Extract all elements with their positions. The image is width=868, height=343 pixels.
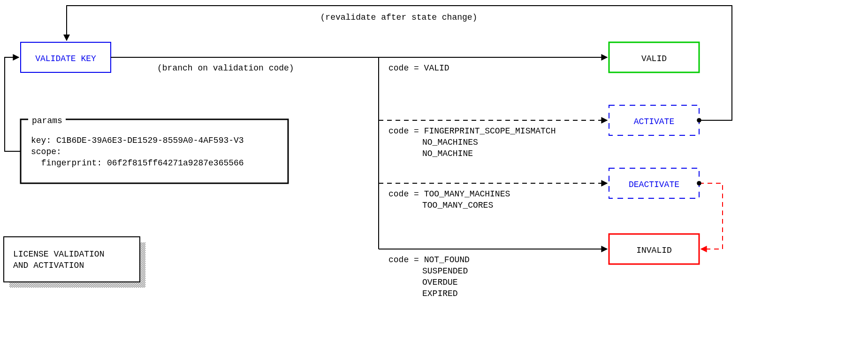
invalid-label: INVALID (636, 246, 672, 255)
activate-label: ACTIVATE (634, 117, 674, 126)
activate-code-line-0: code = FINGERPRINT_SCOPE_MISMATCH (388, 126, 556, 136)
valid-label: VALID (641, 54, 667, 63)
validate-key-box: VALIDATE KEY (21, 42, 111, 72)
deactivate-code-line-1: TOO_MANY_CORES (422, 201, 493, 210)
invalid-code-line-0: code = NOT_FOUND (388, 255, 470, 265)
valid-code-label: code = VALID (388, 63, 449, 73)
svg-rect-5 (4, 237, 140, 282)
valid-box: VALID (609, 42, 699, 72)
activate-code-line-1: NO_MACHINES (422, 138, 478, 147)
invalid-code-line-3: EXPIRED (422, 289, 458, 298)
deactivate-code-line-0: code = TOO_MANY_MACHINES (388, 189, 510, 199)
params-key: key: C1B6DE-39A6E3-DE1529-8559A0-4AF593-… (31, 136, 244, 145)
revalidate-label: (revalidate after state change) (320, 13, 478, 22)
invalid-code-line-1: SUSPENDED (422, 266, 468, 276)
title-line-2: AND ACTIVATION (13, 261, 84, 270)
deactivate-box: DEACTIVATE (609, 168, 699, 198)
invalid-box: INVALID (609, 234, 699, 264)
params-fingerprint: fingerprint: 06f2f815ff64271a9287e365566 (31, 158, 244, 168)
invalid-code-line-2: OVERDUE (422, 278, 458, 287)
validate-key-label: VALIDATE KEY (35, 54, 96, 63)
deactivate-label: DEACTIVATE (629, 180, 679, 189)
params-scope: scope: (31, 147, 61, 156)
activate-code-line-2: NO_MACHINE (422, 149, 473, 158)
activate-box: ACTIVATE (609, 105, 699, 135)
edge-params-to-validate (5, 57, 21, 151)
branch-label: (branch on validation code) (157, 63, 294, 73)
edge-deactivate-to-invalid (699, 183, 723, 249)
params-box: params key: C1B6DE-39A6E3-DE1529-8559A0-… (21, 115, 288, 183)
title-line-1: LICENSE VALIDATION (13, 249, 104, 259)
title-box: LICENSE VALIDATION AND ACTIVATION (4, 237, 145, 288)
params-legend: params (32, 116, 62, 125)
